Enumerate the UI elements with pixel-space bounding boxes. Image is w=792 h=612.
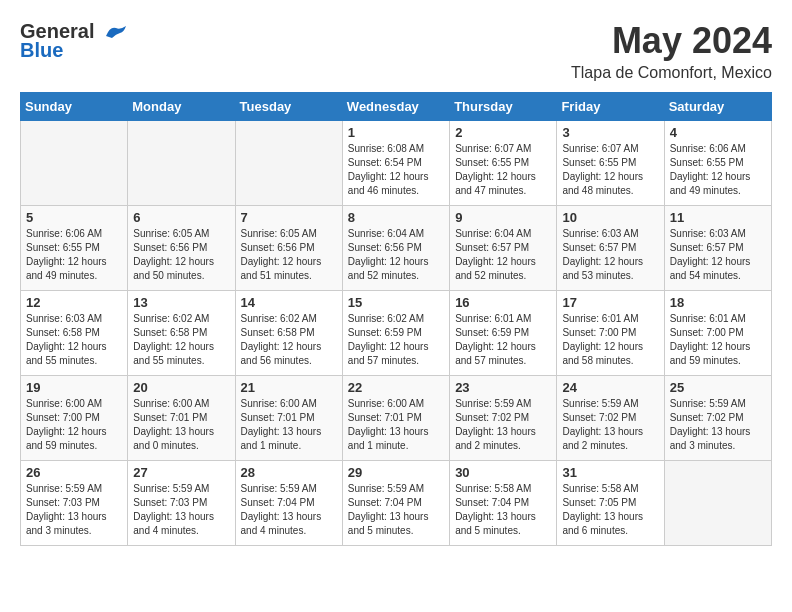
day-info: Sunrise: 5:59 AM Sunset: 7:03 PM Dayligh… — [133, 482, 229, 538]
day-info: Sunrise: 6:05 AM Sunset: 6:56 PM Dayligh… — [241, 227, 337, 283]
day-number: 2 — [455, 125, 551, 140]
day-number: 26 — [26, 465, 122, 480]
day-info: Sunrise: 5:59 AM Sunset: 7:02 PM Dayligh… — [670, 397, 766, 453]
day-number: 8 — [348, 210, 444, 225]
day-info: Sunrise: 6:04 AM Sunset: 6:56 PM Dayligh… — [348, 227, 444, 283]
day-number: 25 — [670, 380, 766, 395]
day-number: 11 — [670, 210, 766, 225]
day-info: Sunrise: 6:08 AM Sunset: 6:54 PM Dayligh… — [348, 142, 444, 198]
calendar-cell: 1Sunrise: 6:08 AM Sunset: 6:54 PM Daylig… — [342, 121, 449, 206]
week-row-2: 5Sunrise: 6:06 AM Sunset: 6:55 PM Daylig… — [21, 206, 772, 291]
calendar-cell: 3Sunrise: 6:07 AM Sunset: 6:55 PM Daylig… — [557, 121, 664, 206]
day-number: 16 — [455, 295, 551, 310]
day-info: Sunrise: 5:59 AM Sunset: 7:02 PM Dayligh… — [455, 397, 551, 453]
day-number: 22 — [348, 380, 444, 395]
day-info: Sunrise: 5:59 AM Sunset: 7:02 PM Dayligh… — [562, 397, 658, 453]
header-day-saturday: Saturday — [664, 93, 771, 121]
day-info: Sunrise: 6:01 AM Sunset: 7:00 PM Dayligh… — [562, 312, 658, 368]
calendar-cell: 13Sunrise: 6:02 AM Sunset: 6:58 PM Dayli… — [128, 291, 235, 376]
calendar-cell: 27Sunrise: 5:59 AM Sunset: 7:03 PM Dayli… — [128, 461, 235, 546]
day-number: 27 — [133, 465, 229, 480]
week-row-5: 26Sunrise: 5:59 AM Sunset: 7:03 PM Dayli… — [21, 461, 772, 546]
day-info: Sunrise: 6:02 AM Sunset: 6:59 PM Dayligh… — [348, 312, 444, 368]
title-area: May 2024 Tlapa de Comonfort, Mexico — [571, 20, 772, 82]
day-number: 18 — [670, 295, 766, 310]
calendar-cell: 9Sunrise: 6:04 AM Sunset: 6:57 PM Daylig… — [450, 206, 557, 291]
calendar-cell: 20Sunrise: 6:00 AM Sunset: 7:01 PM Dayli… — [128, 376, 235, 461]
day-number: 15 — [348, 295, 444, 310]
calendar-cell: 12Sunrise: 6:03 AM Sunset: 6:58 PM Dayli… — [21, 291, 128, 376]
calendar-cell: 19Sunrise: 6:00 AM Sunset: 7:00 PM Dayli… — [21, 376, 128, 461]
day-info: Sunrise: 6:01 AM Sunset: 6:59 PM Dayligh… — [455, 312, 551, 368]
day-info: Sunrise: 5:58 AM Sunset: 7:04 PM Dayligh… — [455, 482, 551, 538]
day-info: Sunrise: 5:59 AM Sunset: 7:04 PM Dayligh… — [348, 482, 444, 538]
calendar-cell: 18Sunrise: 6:01 AM Sunset: 7:00 PM Dayli… — [664, 291, 771, 376]
day-info: Sunrise: 6:06 AM Sunset: 6:55 PM Dayligh… — [670, 142, 766, 198]
day-number: 19 — [26, 380, 122, 395]
day-number: 20 — [133, 380, 229, 395]
calendar-cell: 8Sunrise: 6:04 AM Sunset: 6:56 PM Daylig… — [342, 206, 449, 291]
calendar-cell: 22Sunrise: 6:00 AM Sunset: 7:01 PM Dayli… — [342, 376, 449, 461]
page-header: General Blue May 2024 Tlapa de Comonfort… — [20, 20, 772, 82]
calendar-table: SundayMondayTuesdayWednesdayThursdayFrid… — [20, 92, 772, 546]
day-number: 6 — [133, 210, 229, 225]
calendar-cell: 23Sunrise: 5:59 AM Sunset: 7:02 PM Dayli… — [450, 376, 557, 461]
calendar-cell: 16Sunrise: 6:01 AM Sunset: 6:59 PM Dayli… — [450, 291, 557, 376]
day-number: 13 — [133, 295, 229, 310]
week-row-1: 1Sunrise: 6:08 AM Sunset: 6:54 PM Daylig… — [21, 121, 772, 206]
week-row-3: 12Sunrise: 6:03 AM Sunset: 6:58 PM Dayli… — [21, 291, 772, 376]
calendar-cell — [128, 121, 235, 206]
day-number: 24 — [562, 380, 658, 395]
location-title: Tlapa de Comonfort, Mexico — [571, 64, 772, 82]
day-number: 31 — [562, 465, 658, 480]
logo-bird-icon — [102, 24, 130, 42]
header-day-thursday: Thursday — [450, 93, 557, 121]
day-info: Sunrise: 5:58 AM Sunset: 7:05 PM Dayligh… — [562, 482, 658, 538]
calendar-cell: 14Sunrise: 6:02 AM Sunset: 6:58 PM Dayli… — [235, 291, 342, 376]
calendar-cell: 29Sunrise: 5:59 AM Sunset: 7:04 PM Dayli… — [342, 461, 449, 546]
calendar-cell — [21, 121, 128, 206]
day-info: Sunrise: 6:05 AM Sunset: 6:56 PM Dayligh… — [133, 227, 229, 283]
calendar-cell: 31Sunrise: 5:58 AM Sunset: 7:05 PM Dayli… — [557, 461, 664, 546]
month-title: May 2024 — [571, 20, 772, 62]
calendar-cell: 15Sunrise: 6:02 AM Sunset: 6:59 PM Dayli… — [342, 291, 449, 376]
day-info: Sunrise: 6:02 AM Sunset: 6:58 PM Dayligh… — [133, 312, 229, 368]
day-number: 4 — [670, 125, 766, 140]
day-info: Sunrise: 6:00 AM Sunset: 7:01 PM Dayligh… — [241, 397, 337, 453]
day-info: Sunrise: 6:00 AM Sunset: 7:00 PM Dayligh… — [26, 397, 122, 453]
week-row-4: 19Sunrise: 6:00 AM Sunset: 7:00 PM Dayli… — [21, 376, 772, 461]
day-info: Sunrise: 6:07 AM Sunset: 6:55 PM Dayligh… — [562, 142, 658, 198]
day-info: Sunrise: 6:07 AM Sunset: 6:55 PM Dayligh… — [455, 142, 551, 198]
day-number: 23 — [455, 380, 551, 395]
calendar-cell: 7Sunrise: 6:05 AM Sunset: 6:56 PM Daylig… — [235, 206, 342, 291]
day-number: 5 — [26, 210, 122, 225]
day-info: Sunrise: 5:59 AM Sunset: 7:03 PM Dayligh… — [26, 482, 122, 538]
day-info: Sunrise: 6:00 AM Sunset: 7:01 PM Dayligh… — [133, 397, 229, 453]
calendar-cell: 4Sunrise: 6:06 AM Sunset: 6:55 PM Daylig… — [664, 121, 771, 206]
day-number: 21 — [241, 380, 337, 395]
calendar-cell: 24Sunrise: 5:59 AM Sunset: 7:02 PM Dayli… — [557, 376, 664, 461]
calendar-cell: 25Sunrise: 5:59 AM Sunset: 7:02 PM Dayli… — [664, 376, 771, 461]
day-number: 7 — [241, 210, 337, 225]
calendar-cell: 11Sunrise: 6:03 AM Sunset: 6:57 PM Dayli… — [664, 206, 771, 291]
header-row: SundayMondayTuesdayWednesdayThursdayFrid… — [21, 93, 772, 121]
day-info: Sunrise: 6:03 AM Sunset: 6:58 PM Dayligh… — [26, 312, 122, 368]
calendar-cell: 26Sunrise: 5:59 AM Sunset: 7:03 PM Dayli… — [21, 461, 128, 546]
calendar-cell — [664, 461, 771, 546]
day-info: Sunrise: 6:03 AM Sunset: 6:57 PM Dayligh… — [562, 227, 658, 283]
day-info: Sunrise: 6:00 AM Sunset: 7:01 PM Dayligh… — [348, 397, 444, 453]
day-number: 14 — [241, 295, 337, 310]
logo: General Blue — [20, 20, 130, 62]
calendar-cell: 17Sunrise: 6:01 AM Sunset: 7:00 PM Dayli… — [557, 291, 664, 376]
day-info: Sunrise: 6:06 AM Sunset: 6:55 PM Dayligh… — [26, 227, 122, 283]
day-info: Sunrise: 6:02 AM Sunset: 6:58 PM Dayligh… — [241, 312, 337, 368]
calendar-cell: 2Sunrise: 6:07 AM Sunset: 6:55 PM Daylig… — [450, 121, 557, 206]
header-day-sunday: Sunday — [21, 93, 128, 121]
day-number: 30 — [455, 465, 551, 480]
calendar-cell: 10Sunrise: 6:03 AM Sunset: 6:57 PM Dayli… — [557, 206, 664, 291]
day-info: Sunrise: 5:59 AM Sunset: 7:04 PM Dayligh… — [241, 482, 337, 538]
day-number: 3 — [562, 125, 658, 140]
calendar-cell — [235, 121, 342, 206]
calendar-cell: 30Sunrise: 5:58 AM Sunset: 7:04 PM Dayli… — [450, 461, 557, 546]
day-info: Sunrise: 6:01 AM Sunset: 7:00 PM Dayligh… — [670, 312, 766, 368]
